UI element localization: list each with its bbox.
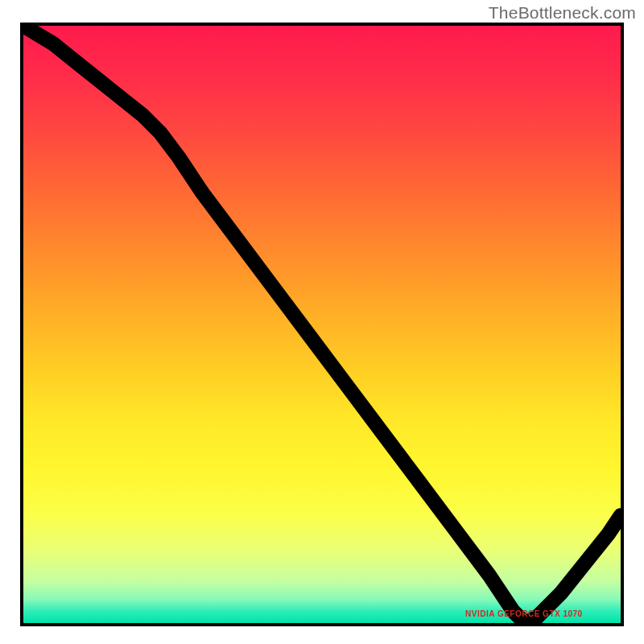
bottleneck-curve (23, 26, 621, 623)
plot-area: NVIDIA GeForce GTX 1070 (20, 23, 624, 626)
chart-container: TheBottleneck.com NVIDIA GeForce GTX 107… (0, 0, 644, 644)
line-layer (23, 26, 621, 623)
watermark-text: TheBottleneck.com (489, 3, 636, 23)
minimum-point-label: NVIDIA GeForce GTX 1070 (465, 609, 583, 618)
